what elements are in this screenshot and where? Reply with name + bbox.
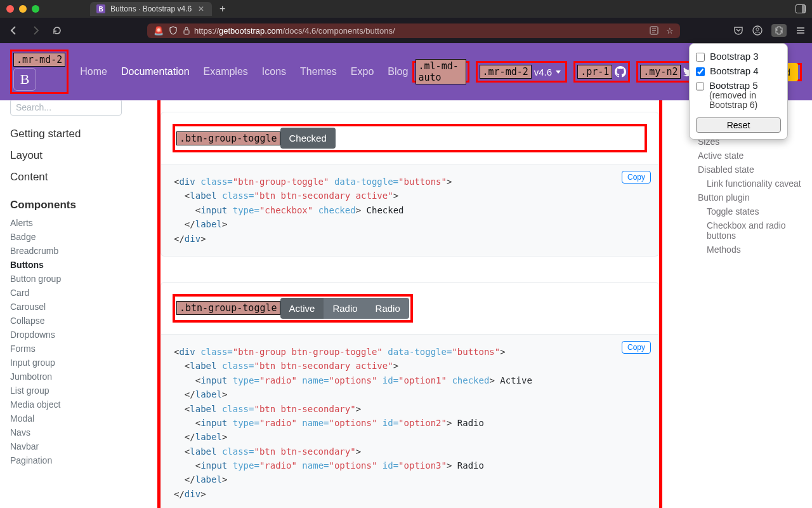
lock-icon (183, 26, 190, 35)
zoom-window[interactable] (32, 5, 39, 13)
toc-checkbox-radio[interactable]: Checkbox and radio buttons (698, 218, 802, 243)
radio-button-2[interactable]: Radio (324, 298, 366, 319)
checkbox-bs4[interactable] (696, 67, 705, 76)
nav-icons[interactable]: Icons (262, 66, 286, 77)
favicon-icon: B (96, 4, 105, 13)
chevron-down-icon (556, 70, 561, 74)
pocket-icon[interactable] (733, 25, 743, 36)
main-content[interactable]: .btn-group-toggle Checked Copy<div class… (132, 100, 688, 508)
overlay-label-logo: .mr-md-2 (13, 53, 65, 67)
sidebar-layout[interactable]: Layout (10, 145, 122, 166)
sidebar-item-dropdowns[interactable]: Dropdowns (10, 328, 122, 342)
overlay-label-ex2: .btn-group-toggle (176, 301, 280, 315)
tab-title: Buttons · Bootstrap v4.6 (110, 4, 192, 13)
toc-toggle-states[interactable]: Toggle states (698, 204, 802, 218)
bootstrap-logo[interactable]: B (13, 68, 36, 91)
ext-reset-button[interactable]: Reset (696, 117, 781, 133)
tab-close-icon[interactable]: ✕ (197, 4, 206, 13)
sidebar-item-list-group[interactable]: List group (10, 384, 122, 398)
radio-active-button[interactable]: Active (280, 298, 324, 319)
copy-button-2[interactable]: Copy (622, 341, 651, 354)
overlay-label-ml: .ml-md-auto (416, 59, 466, 84)
reload-button[interactable] (49, 23, 65, 38)
nav-expo[interactable]: Expo (351, 66, 374, 77)
nav-documentation[interactable]: Documentation (121, 66, 190, 77)
search-input[interactable]: Search... (10, 100, 122, 116)
checkbox-bs3[interactable] (696, 53, 705, 62)
docs-sidebar[interactable]: Search... Getting started Layout Content… (0, 100, 132, 508)
sidebar-components-header[interactable]: Components (10, 194, 122, 216)
radio-button-3[interactable]: Radio (367, 298, 409, 319)
app-menu-icon[interactable] (796, 25, 806, 36)
ext-opt-bs3[interactable]: Bootstrap 3 (696, 49, 781, 64)
sidebar-item-card[interactable]: Card (10, 286, 122, 300)
github-overlay: .pr-1 (573, 61, 630, 83)
forward-button[interactable] (28, 23, 43, 38)
ext-label-bs3: Bootstrap 3 (710, 51, 759, 62)
sidebar-item-badge[interactable]: Badge (10, 230, 122, 244)
url-path: /docs/4.6/components/buttons/ (282, 26, 395, 36)
nav-examples[interactable]: Examples (204, 66, 248, 77)
sidebar-item-media-object[interactable]: Media object (10, 398, 122, 411)
ext-label-bs4: Bootstrap 4 (710, 65, 759, 76)
toc-disabled-state[interactable]: Disabled state (698, 163, 802, 177)
window-titlebar: B Buttons · Bootstrap v4.6 ✕ + (0, 0, 812, 18)
checkbox-bs5[interactable] (696, 82, 704, 91)
toc-methods[interactable]: Methods (698, 243, 802, 257)
sidebar-item-input-group[interactable]: Input group (10, 356, 122, 370)
sidebar-item-navbar[interactable]: Navbar (10, 439, 122, 453)
close-window[interactable] (6, 5, 14, 13)
version-selector[interactable]: v4.6 (532, 67, 563, 77)
svg-rect-2 (184, 30, 189, 34)
extensions-button[interactable] (771, 24, 787, 37)
code-block-1[interactable]: Copy<div class="btn-group-toggle" data-t… (160, 164, 659, 257)
ext-opt-bs5[interactable]: Bootstrap 5(removed in Bootstrap 6) (696, 78, 781, 112)
minimize-window[interactable] (19, 5, 27, 13)
browser-tab[interactable]: B Buttons · Bootstrap v4.6 ✕ (90, 2, 212, 16)
github-icon[interactable] (615, 66, 626, 77)
nav-home[interactable]: Home (80, 66, 107, 77)
sidebar-item-modal[interactable]: Modal (10, 411, 122, 425)
shield-icon (169, 26, 178, 35)
ext-opt-bs4[interactable]: Bootstrap 4 (696, 64, 781, 78)
checked-toggle-button[interactable]: Checked (280, 128, 336, 149)
toc-active-state[interactable]: Active state (698, 149, 802, 163)
toc-link-caveat[interactable]: Link functionality caveat (698, 177, 802, 190)
overlay-label-ex1: .btn-group-toggle (176, 131, 280, 145)
svg-point-8 (756, 28, 759, 30)
sidebar-item-button-group[interactable]: Button group (10, 272, 122, 286)
ext-label-bs5: Bootstrap 5 (709, 80, 758, 91)
nav-blog[interactable]: Blog (388, 66, 408, 77)
window-panel-icon[interactable] (796, 4, 806, 13)
new-tab-button[interactable]: + (219, 3, 225, 15)
extension-popup: Bootstrap 3 Bootstrap 4 Bootstrap 5(remo… (689, 43, 788, 140)
sidebar-item-forms[interactable]: Forms (10, 342, 122, 356)
navbar-menu: Home Documentation Examples Icons Themes… (80, 66, 408, 77)
toc-button-plugin[interactable]: Button plugin (698, 190, 802, 204)
bookmark-star-icon[interactable]: ☆ (666, 26, 674, 36)
sidebar-getting-started[interactable]: Getting started (10, 123, 122, 145)
address-bar[interactable]: 🚨 https://getbootstrap.com/docs/4.6/comp… (147, 23, 680, 38)
spacer-overlay: .ml-md-auto (412, 61, 469, 83)
sidebar-item-alerts[interactable]: Alerts (10, 216, 122, 230)
sidebar-item-pagination[interactable]: Pagination (10, 453, 122, 467)
version-label: v4.6 (534, 67, 552, 77)
copy-button-1[interactable]: Copy (622, 171, 651, 184)
url-prefix: https:// (194, 26, 219, 36)
svg-rect-1 (802, 5, 805, 13)
sidebar-content[interactable]: Content (10, 166, 122, 188)
sidebar-item-buttons[interactable]: Buttons (10, 258, 122, 272)
version-overlay: .mr-md-2 v4.6 (476, 61, 568, 83)
sidebar-item-carousel[interactable]: Carousel (10, 300, 122, 314)
toc: Button tags Outline buttons Sizes Active… (688, 100, 812, 508)
nav-themes[interactable]: Themes (300, 66, 337, 77)
overlay-label-tw: .my-n2 (640, 65, 681, 79)
sidebar-item-breadcrumb[interactable]: Breadcrumb (10, 244, 122, 258)
sidebar-item-jumbotron[interactable]: Jumbotron (10, 370, 122, 384)
account-icon[interactable] (752, 25, 763, 36)
reader-icon[interactable] (650, 26, 658, 35)
sidebar-item-navs[interactable]: Navs (10, 425, 122, 439)
code-block-2[interactable]: Copy<div class="btn-group btn-group-togg… (160, 335, 659, 508)
sidebar-item-collapse[interactable]: Collapse (10, 314, 122, 328)
back-button[interactable] (6, 23, 22, 38)
